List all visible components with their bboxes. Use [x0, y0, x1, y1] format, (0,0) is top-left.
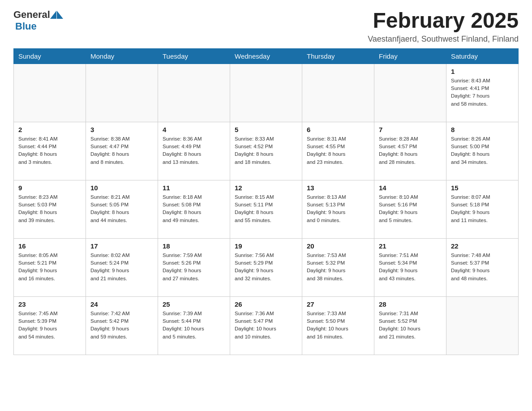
calendar-cell: 23Sunrise: 7:45 AMSunset: 5:39 PMDayligh… — [14, 296, 86, 355]
day-info: Sunrise: 8:38 AMSunset: 4:47 PMDaylight:… — [90, 135, 153, 166]
day-number: 1 — [451, 68, 514, 75]
calendar-day-header: Monday — [86, 48, 158, 64]
day-info: Sunrise: 8:18 AMSunset: 5:08 PMDaylight:… — [163, 193, 225, 224]
day-info: Sunrise: 8:15 AMSunset: 5:11 PMDaylight:… — [235, 193, 297, 224]
calendar-cell — [374, 64, 446, 122]
day-info: Sunrise: 8:10 AMSunset: 5:16 PMDaylight:… — [379, 193, 442, 224]
calendar-cell: 24Sunrise: 7:42 AMSunset: 5:42 PMDayligh… — [86, 296, 158, 355]
calendar-cell: 5Sunrise: 8:33 AMSunset: 4:52 PMDaylight… — [230, 122, 302, 180]
day-number: 18 — [163, 242, 225, 250]
day-info: Sunrise: 8:43 AMSunset: 4:41 PMDaylight:… — [451, 77, 514, 108]
day-number: 21 — [379, 242, 442, 250]
day-number: 10 — [90, 184, 153, 192]
day-info: Sunrise: 7:59 AMSunset: 5:26 PMDaylight:… — [163, 252, 225, 283]
calendar-cell: 21Sunrise: 7:51 AMSunset: 5:34 PMDayligh… — [374, 238, 446, 296]
day-number: 20 — [307, 242, 369, 250]
day-number: 23 — [18, 300, 81, 308]
day-info: Sunrise: 7:48 AMSunset: 5:37 PMDaylight:… — [451, 252, 514, 283]
calendar-cell — [158, 64, 230, 122]
title-block: February 2025 Vaestanfjaerd, Southwest F… — [368, 9, 519, 44]
calendar-table: SundayMondayTuesdayWednesdayThursdayFrid… — [13, 48, 519, 355]
calendar-cell: 8Sunrise: 8:26 AMSunset: 5:00 PMDaylight… — [446, 122, 519, 180]
day-number: 26 — [235, 300, 297, 308]
day-info: Sunrise: 8:07 AMSunset: 5:18 PMDaylight:… — [451, 193, 514, 224]
calendar-week-row: 2Sunrise: 8:41 AMSunset: 4:44 PMDaylight… — [14, 122, 519, 180]
day-number: 7 — [379, 126, 442, 133]
calendar-cell: 1Sunrise: 8:43 AMSunset: 4:41 PMDaylight… — [446, 64, 519, 122]
day-number: 9 — [18, 184, 81, 192]
day-info: Sunrise: 8:26 AMSunset: 5:00 PMDaylight:… — [451, 135, 514, 166]
day-info: Sunrise: 7:53 AMSunset: 5:32 PMDaylight:… — [307, 252, 369, 283]
day-info: Sunrise: 7:33 AMSunset: 5:50 PMDaylight:… — [307, 310, 369, 341]
calendar-day-header: Sunday — [14, 48, 86, 64]
day-number: 12 — [235, 184, 297, 192]
day-number: 17 — [90, 242, 153, 250]
logo-blue-text: Blue — [15, 21, 37, 32]
calendar-cell: 12Sunrise: 8:15 AMSunset: 5:11 PMDayligh… — [230, 180, 302, 238]
calendar-cell: 10Sunrise: 8:21 AMSunset: 5:05 PMDayligh… — [86, 180, 158, 238]
day-number: 22 — [451, 242, 514, 250]
logo-icon — [50, 11, 63, 19]
logo-general-text: General — [13, 9, 50, 21]
calendar-cell — [14, 64, 86, 122]
day-number: 13 — [307, 184, 369, 192]
calendar-week-row: 9Sunrise: 8:23 AMSunset: 5:03 PMDaylight… — [14, 180, 519, 238]
calendar-cell: 27Sunrise: 7:33 AMSunset: 5:50 PMDayligh… — [302, 296, 374, 355]
calendar-cell: 28Sunrise: 7:31 AMSunset: 5:52 PMDayligh… — [374, 296, 446, 355]
day-number: 15 — [451, 184, 514, 192]
calendar-cell: 18Sunrise: 7:59 AMSunset: 5:26 PMDayligh… — [158, 238, 230, 296]
day-number: 24 — [90, 300, 153, 308]
day-info: Sunrise: 7:51 AMSunset: 5:34 PMDaylight:… — [379, 252, 442, 283]
calendar-day-header: Tuesday — [158, 48, 230, 64]
day-info: Sunrise: 8:33 AMSunset: 4:52 PMDaylight:… — [235, 135, 297, 166]
calendar-week-row: 23Sunrise: 7:45 AMSunset: 5:39 PMDayligh… — [14, 296, 519, 355]
calendar-cell: 25Sunrise: 7:39 AMSunset: 5:44 PMDayligh… — [158, 296, 230, 355]
calendar-cell: 7Sunrise: 8:28 AMSunset: 4:57 PMDaylight… — [374, 122, 446, 180]
day-number: 11 — [163, 184, 225, 192]
day-info: Sunrise: 8:02 AMSunset: 5:24 PMDaylight:… — [90, 252, 153, 283]
calendar-cell: 11Sunrise: 8:18 AMSunset: 5:08 PMDayligh… — [158, 180, 230, 238]
location-subtitle: Vaestanfjaerd, Southwest Finland, Finlan… — [368, 34, 519, 44]
day-info: Sunrise: 8:21 AMSunset: 5:05 PMDaylight:… — [90, 193, 153, 224]
calendar-cell: 22Sunrise: 7:48 AMSunset: 5:37 PMDayligh… — [446, 238, 519, 296]
day-info: Sunrise: 7:42 AMSunset: 5:42 PMDaylight:… — [90, 310, 153, 341]
calendar-cell: 26Sunrise: 7:36 AMSunset: 5:47 PMDayligh… — [230, 296, 302, 355]
calendar-cell: 2Sunrise: 8:41 AMSunset: 4:44 PMDaylight… — [14, 122, 86, 180]
page-header: General Blue February 2025 Vaestanfjaerd… — [13, 9, 519, 44]
day-info: Sunrise: 8:05 AMSunset: 5:21 PMDaylight:… — [18, 252, 81, 283]
day-info: Sunrise: 8:36 AMSunset: 4:49 PMDaylight:… — [163, 135, 225, 166]
calendar-cell: 14Sunrise: 8:10 AMSunset: 5:16 PMDayligh… — [374, 180, 446, 238]
day-info: Sunrise: 8:31 AMSunset: 4:55 PMDaylight:… — [307, 135, 369, 166]
calendar-day-header: Thursday — [302, 48, 374, 64]
calendar-cell: 6Sunrise: 8:31 AMSunset: 4:55 PMDaylight… — [302, 122, 374, 180]
day-info: Sunrise: 7:56 AMSunset: 5:29 PMDaylight:… — [235, 252, 297, 283]
day-number: 8 — [451, 126, 514, 133]
month-title: February 2025 — [368, 9, 519, 33]
day-number: 25 — [163, 300, 225, 308]
day-number: 4 — [163, 126, 225, 133]
day-info: Sunrise: 8:23 AMSunset: 5:03 PMDaylight:… — [18, 193, 81, 224]
calendar-day-header: Saturday — [446, 48, 519, 64]
day-info: Sunrise: 7:45 AMSunset: 5:39 PMDaylight:… — [18, 310, 81, 341]
calendar-cell: 13Sunrise: 8:13 AMSunset: 5:13 PMDayligh… — [302, 180, 374, 238]
logo: General Blue — [13, 9, 63, 32]
calendar-week-row: 1Sunrise: 8:43 AMSunset: 4:41 PMDaylight… — [14, 64, 519, 122]
day-number: 3 — [90, 126, 153, 133]
day-number: 14 — [379, 184, 442, 192]
calendar-cell: 9Sunrise: 8:23 AMSunset: 5:03 PMDaylight… — [14, 180, 86, 238]
calendar-cell: 16Sunrise: 8:05 AMSunset: 5:21 PMDayligh… — [14, 238, 86, 296]
day-number: 16 — [18, 242, 81, 250]
day-number: 19 — [235, 242, 297, 250]
calendar-day-header: Wednesday — [230, 48, 302, 64]
day-info: Sunrise: 8:13 AMSunset: 5:13 PMDaylight:… — [307, 193, 369, 224]
calendar-cell — [446, 296, 519, 355]
day-info: Sunrise: 8:41 AMSunset: 4:44 PMDaylight:… — [18, 135, 81, 166]
calendar-cell: 17Sunrise: 8:02 AMSunset: 5:24 PMDayligh… — [86, 238, 158, 296]
calendar-cell — [302, 64, 374, 122]
day-info: Sunrise: 7:39 AMSunset: 5:44 PMDaylight:… — [163, 310, 225, 341]
day-number: 28 — [379, 300, 442, 308]
day-number: 6 — [307, 126, 369, 133]
calendar-week-row: 16Sunrise: 8:05 AMSunset: 5:21 PMDayligh… — [14, 238, 519, 296]
calendar-header-row: SundayMondayTuesdayWednesdayThursdayFrid… — [14, 48, 519, 64]
calendar-cell: 4Sunrise: 8:36 AMSunset: 4:49 PMDaylight… — [158, 122, 230, 180]
